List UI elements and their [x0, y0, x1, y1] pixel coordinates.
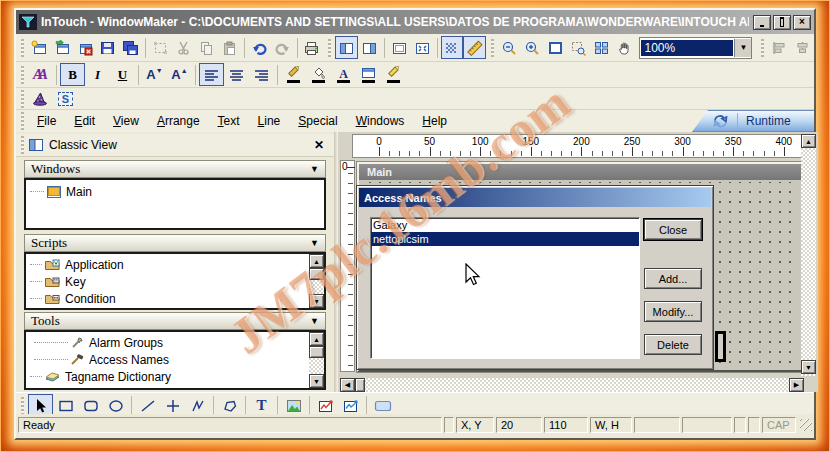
copy-button[interactable] — [195, 36, 218, 59]
menu-windows[interactable]: Windows — [347, 110, 414, 132]
open-window-button[interactable] — [51, 36, 74, 59]
runtime-button[interactable]: Runtime — [692, 110, 814, 132]
toolbar-grip[interactable] — [21, 397, 24, 415]
zoom-level-combo[interactable]: 100% ▼ — [639, 37, 752, 59]
undo-button[interactable] — [248, 36, 271, 59]
access-names-list[interactable]: Galaxynettoplcsim — [370, 217, 640, 359]
cut-button[interactable] — [172, 36, 195, 59]
toolbar-grip[interactable] — [21, 90, 24, 108]
tree-item-access-names[interactable]: Access Names — [26, 351, 324, 368]
classic-view-toggle-button[interactable] — [335, 36, 358, 59]
toolbar-grip[interactable] — [21, 39, 24, 57]
scroll-up-button[interactable]: ▲ — [309, 254, 324, 268]
window-view-button[interactable] — [388, 36, 411, 59]
line-color-button[interactable] — [281, 63, 306, 86]
classic-view-close-button[interactable]: ✕ — [314, 139, 324, 151]
menu-edit[interactable]: Edit — [65, 110, 104, 132]
underline-button[interactable]: U — [110, 63, 135, 86]
align-text-right-button[interactable] — [249, 63, 274, 86]
redo-button[interactable] — [271, 36, 294, 59]
font-button[interactable]: AA — [28, 63, 53, 86]
toolbar-grip[interactable] — [761, 39, 764, 57]
tree-item-main[interactable]: Main — [26, 183, 324, 200]
section-scripts-header[interactable]: Scripts▼ — [24, 234, 326, 252]
symbol-factory-button[interactable]: S — [53, 87, 78, 110]
delete-button[interactable]: Delete — [644, 334, 702, 355]
save-button[interactable] — [96, 36, 119, 59]
align-text-center-button[interactable] — [224, 63, 249, 86]
tree-item-cross-reference[interactable]: Cross Reference — [26, 385, 324, 390]
pan-button[interactable] — [613, 36, 636, 59]
menu-grip[interactable] — [21, 112, 24, 130]
menu-arrange[interactable]: Arrange — [148, 110, 209, 132]
ruler-toggle-button[interactable] — [463, 36, 486, 59]
select-mode-button[interactable] — [149, 36, 172, 59]
close-window-button[interactable] — [74, 36, 97, 59]
menu-view[interactable]: View — [104, 110, 148, 132]
scroll-right-button[interactable]: ▶ — [789, 378, 804, 392]
menu-file[interactable]: File — [28, 110, 65, 132]
menu-special[interactable]: Special — [289, 110, 346, 132]
align-center-button[interactable] — [791, 36, 814, 59]
scroll-thumb[interactable] — [355, 378, 365, 392]
minimize-button[interactable] — [753, 15, 771, 30]
wizard-button[interactable] — [28, 87, 53, 110]
tree-item-data-change[interactable]: Data Change — [26, 307, 324, 310]
scroll-up-button[interactable]: ▲ — [801, 134, 816, 148]
tree-item-application[interactable]: Application — [26, 256, 324, 273]
fill-color-button[interactable] — [306, 63, 331, 86]
menu-text[interactable]: Text — [209, 110, 249, 132]
scroll-thumb[interactable] — [309, 268, 324, 280]
new-window-button[interactable] — [28, 36, 51, 59]
window-color-button[interactable] — [356, 63, 381, 86]
scroll-thumb[interactable] — [309, 346, 324, 358]
canvas-vertical-scrollbar[interactable]: ▲ ▼ — [801, 134, 816, 376]
decrease-font-button[interactable]: A▼ — [142, 63, 167, 86]
snap-grid-button[interactable] — [441, 36, 464, 59]
align-text-left-button[interactable] — [199, 63, 224, 86]
dialog-titlebar[interactable]: Access Names — [359, 188, 711, 207]
zoom-selection-button[interactable] — [567, 36, 590, 59]
canvas-object[interactable] — [715, 331, 726, 362]
tree-item-alarm-groups[interactable]: Alarm Groups — [26, 334, 324, 351]
panel-grip[interactable] — [21, 136, 24, 154]
save-all-button[interactable] — [119, 36, 142, 59]
scroll-down-button[interactable]: ▼ — [801, 360, 816, 374]
full-screen-button[interactable] — [411, 36, 434, 59]
maximize-button[interactable] — [773, 15, 791, 30]
design-window-titlebar[interactable]: Main — [359, 164, 801, 180]
menu-line[interactable]: Line — [249, 110, 290, 132]
section-tools-header[interactable]: Tools▼ — [24, 312, 326, 330]
tools-scrollbar[interactable]: ▲ ▼ — [309, 332, 324, 388]
toolbar-grip[interactable] — [328, 39, 331, 57]
zoom-out-button[interactable] — [498, 36, 521, 59]
scripts-scrollbar[interactable]: ▲ ▼ — [309, 254, 324, 308]
tree-item-tagname-dictionary[interactable]: Tagname Dictionary — [26, 368, 324, 385]
resize-grip[interactable] — [800, 419, 812, 431]
align-left-edges-button[interactable] — [768, 36, 791, 59]
transparent-color-button[interactable] — [381, 63, 406, 86]
modify-button[interactable]: Modify... — [644, 301, 702, 322]
add-button[interactable]: Add... — [644, 268, 702, 289]
paste-button[interactable] — [218, 36, 241, 59]
tile-view-button[interactable] — [590, 36, 613, 59]
section-windows-header[interactable]: Windows▼ — [24, 160, 326, 178]
text-color-button[interactable]: A — [331, 63, 356, 86]
tree-item-condition[interactable]: Condition — [26, 290, 324, 307]
toolbar-grip[interactable] — [21, 66, 24, 84]
scroll-down-button[interactable]: ▼ — [309, 294, 324, 308]
bold-button[interactable]: B — [60, 63, 85, 86]
canvas-horizontal-scrollbar[interactable]: ◀ ▶ — [340, 378, 804, 392]
close-dialog-button[interactable]: Close — [644, 219, 702, 240]
access-name-item[interactable]: nettoplcsim — [371, 232, 639, 246]
close-button[interactable]: × — [793, 15, 811, 30]
zoom-dropdown-arrow[interactable]: ▼ — [734, 39, 751, 57]
tree-item-key[interactable]: Key — [26, 273, 324, 290]
panel-view-button[interactable] — [358, 36, 381, 59]
print-button[interactable] — [300, 36, 323, 59]
scroll-left-button[interactable]: ◀ — [340, 378, 355, 392]
fit-window-button[interactable] — [544, 36, 567, 59]
zoom-in-button[interactable] — [521, 36, 544, 59]
access-name-item[interactable]: Galaxy — [371, 218, 639, 232]
menu-help[interactable]: Help — [413, 110, 456, 132]
